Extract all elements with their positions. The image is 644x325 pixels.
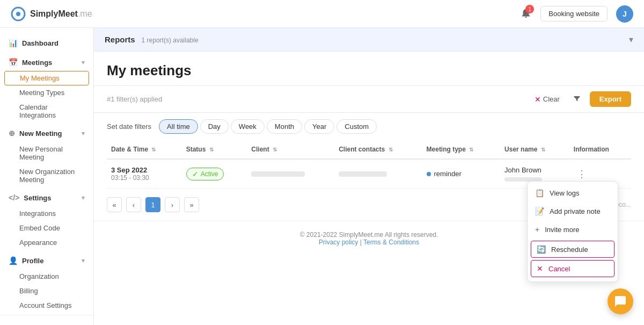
sidebar-item-account-settings[interactable]: Account Settings	[0, 298, 93, 313]
chevron-down-icon-2: ▾	[82, 130, 85, 137]
col-datetime: Date & Time ⇅	[107, 140, 182, 159]
sidebar-item-organization[interactable]: Organization	[0, 269, 93, 284]
chat-button[interactable]	[608, 288, 633, 314]
date-filter-all-time[interactable]: All time	[159, 119, 198, 134]
context-reschedule[interactable]: 🔄 Reschedule	[531, 241, 614, 258]
sidebar-item-dashboard[interactable]: 📊Dashboard	[0, 34, 93, 52]
client-placeholder	[251, 171, 305, 177]
sidebar-group-profile[interactable]: 👤Profile ▾	[0, 252, 93, 269]
sidebar-item-meeting-types[interactable]: Meeting Types	[0, 85, 93, 100]
col-information: Information	[569, 140, 631, 159]
date-filter-year[interactable]: Year	[304, 119, 334, 134]
date-filter-week[interactable]: Week	[231, 119, 265, 134]
row-time: 03:15 - 03:30	[111, 174, 178, 182]
date-filter-month[interactable]: Month	[267, 119, 302, 134]
sort-icon-client[interactable]: ⇅	[273, 147, 277, 153]
reports-chevron[interactable]: ▾	[629, 34, 633, 45]
main-content: Reports 1 report(s) available ▾ My meeti…	[94, 28, 644, 325]
sidebar-group-meetings[interactable]: 📅Meetings ▾	[0, 54, 93, 71]
sidebar-item-integrations[interactable]: Integrations	[0, 206, 93, 221]
sidebar-item-new-personal[interactable]: New Personal Meeting	[0, 142, 93, 164]
svg-point-1	[16, 12, 20, 16]
reports-banner: Reports 1 report(s) available ▾	[94, 28, 644, 52]
sidebar-group-settings[interactable]: </>Settings ▾	[0, 189, 93, 206]
sort-icon-status[interactable]: ⇅	[209, 147, 214, 153]
user-avatar[interactable]: J	[616, 5, 633, 23]
sidebar-item-calendar-integrations[interactable]: Calendar Integrations	[0, 100, 93, 122]
meetings-table: Date & Time ⇅ Status ⇅ Client ⇅ Client c…	[107, 140, 631, 189]
sidebar-section-new-meeting: ⊕New Meeting ▾ New Personal Meeting New …	[0, 125, 93, 187]
page-last-button[interactable]: »	[184, 197, 199, 212]
context-cancel[interactable]: ✕ Cancel	[531, 260, 614, 277]
date-filter-day[interactable]: Day	[200, 119, 229, 134]
notifications-button[interactable]: 1	[520, 7, 532, 20]
cell-status: ✓ Active	[182, 159, 247, 189]
date-filter-label: Set date filters	[107, 122, 151, 131]
action-menu-button[interactable]: ⋮	[574, 168, 590, 180]
dashboard-icon: 📊	[9, 39, 18, 47]
cell-datetime: 3 Sep 2022 03:15 - 03:30	[107, 159, 182, 189]
filter-icon-button[interactable]	[568, 92, 586, 107]
sidebar-section-meetings: 📅Meetings ▾ My Meetings Meeting Types Ca…	[0, 54, 93, 122]
export-button[interactable]: Export	[590, 91, 631, 107]
page-prev-button[interactable]: ‹	[126, 197, 141, 212]
logo: SimplyMeet.me	[11, 6, 92, 21]
date-filter-custom[interactable]: Custom	[336, 119, 377, 134]
sidebar-section-settings: </>Settings ▾ Integrations Embed Code Ap…	[0, 189, 93, 250]
status-badge: ✓ Active	[186, 168, 224, 180]
sidebar: 📊Dashboard 📅Meetings ▾ My Meetings Meeti…	[0, 28, 94, 325]
sidebar-item-appearance[interactable]: Appearance	[0, 235, 93, 250]
cancel-icon: ✕	[537, 264, 543, 273]
sort-icon-type[interactable]: ⇅	[469, 147, 473, 153]
reports-title: Reports	[105, 35, 135, 44]
page-next-button[interactable]: ›	[165, 197, 180, 212]
profile-icon: 👤	[9, 256, 18, 265]
sidebar-group-new-meeting[interactable]: ⊕New Meeting ▾	[0, 125, 93, 142]
page-1-button[interactable]: 1	[145, 197, 160, 212]
col-status: Status ⇅	[182, 140, 247, 159]
cell-information: ⋮ 📋 View logs 📝 Add private note	[569, 159, 631, 189]
type-dot-icon	[427, 172, 431, 176]
table-row: 3 Sep 2022 03:15 - 03:30 ✓ Active	[107, 159, 631, 189]
view-logs-icon: 📋	[535, 189, 544, 197]
cell-meeting-type: reminder	[422, 159, 501, 189]
context-menu: 📋 View logs 📝 Add private note + Invite	[527, 181, 618, 282]
page-first-button[interactable]: «	[107, 197, 122, 212]
privacy-link[interactable]: Privacy policy	[319, 239, 358, 246]
top-navigation: SimplyMeet.me 1 Booking website J	[0, 0, 644, 28]
date-filters: Set date filters All time Day Week Month…	[94, 113, 644, 140]
cell-client-contacts	[334, 159, 422, 189]
clear-button[interactable]: ✕ Clear	[530, 93, 564, 106]
status-dot-icon: ✓	[192, 170, 199, 178]
sidebar-section-dashboard: 📊Dashboard	[0, 34, 93, 52]
contacts-placeholder	[339, 171, 387, 177]
add-note-icon: 📝	[535, 207, 544, 215]
meetings-icon: 📅	[9, 58, 18, 67]
terms-link[interactable]: Terms & Conditions	[363, 239, 419, 246]
meeting-type-cell: reminder	[427, 170, 496, 178]
sidebar-item-my-meetings[interactable]: My Meetings	[4, 71, 89, 85]
cell-client	[247, 159, 334, 189]
reschedule-icon: 🔄	[537, 245, 546, 254]
sidebar-section-help: 💬Help ▾ Knowledge base Send feedback Liv…	[0, 315, 93, 325]
invite-more-icon: +	[535, 225, 539, 234]
col-client: Client ⇅	[247, 140, 334, 159]
reports-subtitle: 1 report(s) available	[142, 37, 199, 44]
sort-icon-datetime[interactable]: ⇅	[151, 147, 156, 153]
sidebar-item-billing[interactable]: Billing	[0, 284, 93, 298]
chevron-down-icon-4: ▾	[82, 257, 85, 264]
context-add-note[interactable]: 📝 Add private note	[528, 202, 618, 220]
notification-badge: 1	[525, 5, 534, 13]
footer-separator: |	[360, 239, 362, 246]
chevron-down-icon: ▾	[82, 59, 85, 66]
col-username: User name ⇅	[500, 140, 569, 159]
sidebar-item-new-org[interactable]: New Organization Meeting	[0, 164, 93, 187]
sort-icon-contacts[interactable]: ⇅	[389, 147, 393, 153]
sidebar-item-embed-code[interactable]: Embed Code	[0, 221, 93, 235]
new-meeting-icon: ⊕	[9, 129, 15, 138]
sort-icon-username[interactable]: ⇅	[541, 147, 545, 153]
clear-x-icon: ✕	[535, 95, 541, 104]
context-view-logs[interactable]: 📋 View logs	[528, 184, 618, 202]
booking-website-button[interactable]: Booking website	[540, 6, 608, 21]
context-invite-more[interactable]: + Invite more	[528, 220, 618, 239]
